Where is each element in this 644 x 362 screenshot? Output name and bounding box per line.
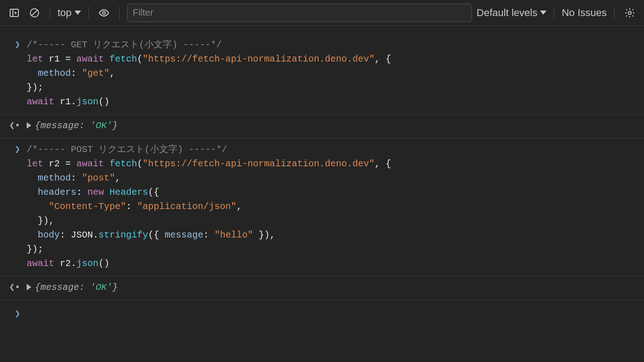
output-marker-icon: ❮• — [0, 119, 27, 133]
settings-icon[interactable] — [622, 5, 638, 21]
divider — [614, 6, 615, 19]
console-output-row: ❮•{message: 'OK'} — [0, 278, 644, 300]
execution-context-select[interactable]: top — [58, 7, 81, 19]
divider — [119, 6, 120, 19]
console-toolbar: top Default levels No Issues — [0, 0, 644, 26]
svg-marker-2 — [15, 11, 17, 14]
chevron-down-icon — [75, 11, 81, 15]
console-prompt-row: ❯ — [0, 302, 644, 319]
svg-rect-0 — [10, 9, 18, 17]
svg-point-6 — [628, 11, 631, 14]
console-messages: ❯/*----- GET リクエスト(小文字) -----*/ let r1 =… — [0, 26, 644, 319]
expand-triangle-icon[interactable] — [27, 284, 31, 290]
console-input-row: ❯/*----- GET リクエスト(小文字) -----*/ let r1 =… — [0, 36, 644, 115]
divider — [88, 6, 89, 19]
console-prompt-input[interactable] — [27, 308, 644, 319]
input-marker-icon: ❯ — [0, 38, 27, 52]
svg-line-4 — [32, 10, 37, 16]
svg-point-5 — [103, 11, 105, 14]
divider — [50, 6, 50, 19]
console-input-row: ❯/*----- POST リクエスト(小文字) -----*/ let r2 … — [0, 141, 644, 277]
input-marker-icon: ❯ — [0, 142, 27, 157]
expand-triangle-icon[interactable] — [27, 122, 31, 129]
context-label: top — [58, 7, 72, 19]
console-output-row: ❮•{message: 'OK'} — [0, 117, 644, 139]
live-expression-icon[interactable] — [96, 5, 112, 21]
prompt-marker-icon: ❯ — [0, 308, 27, 319]
divider — [554, 6, 554, 19]
filter-input[interactable] — [127, 4, 472, 22]
chevron-down-icon — [540, 11, 546, 15]
levels-label: Default levels — [477, 7, 537, 19]
issues-button[interactable]: No Issues — [562, 7, 607, 19]
code-block[interactable]: /*----- POST リクエスト(小文字) -----*/ let r2 =… — [27, 142, 639, 271]
toggle-sidebar-icon[interactable] — [6, 5, 22, 21]
object-preview[interactable]: {message: 'OK'} — [27, 119, 639, 133]
code-block[interactable]: /*----- GET リクエスト(小文字) -----*/ let r1 = … — [27, 38, 639, 109]
clear-console-icon[interactable] — [27, 5, 42, 21]
output-marker-icon: ❮• — [0, 280, 27, 294]
log-levels-select[interactable]: Default levels — [477, 7, 546, 19]
object-preview[interactable]: {message: 'OK'} — [27, 280, 639, 294]
